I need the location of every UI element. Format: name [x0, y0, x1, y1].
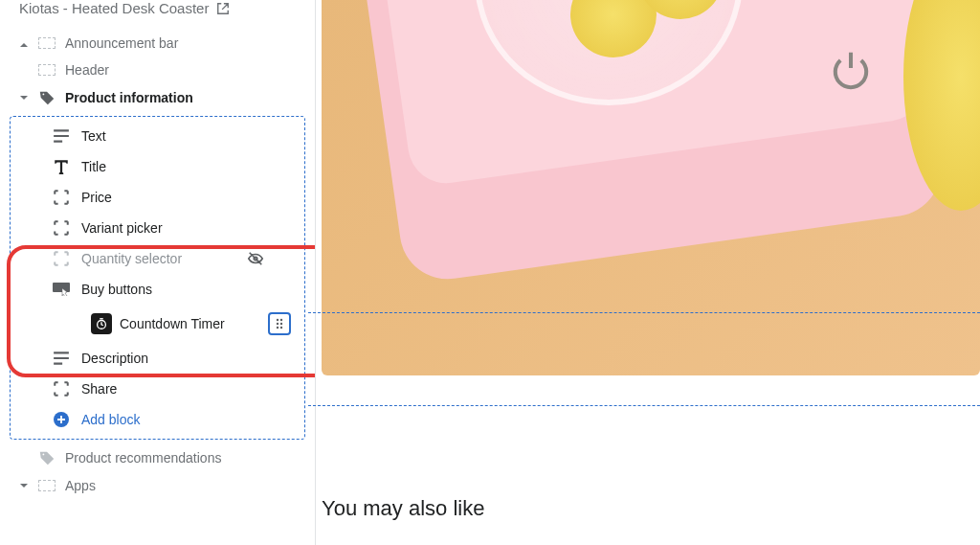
- block-buy-buttons[interactable]: Buy buttons: [11, 274, 304, 305]
- selection-outline: [308, 312, 980, 406]
- text-lines-icon: [53, 350, 70, 367]
- brackets-icon: [53, 250, 70, 267]
- plus-circle-icon: [53, 411, 70, 428]
- block-quantity-selector[interactable]: Quantity selector: [11, 243, 304, 274]
- section-label: Header: [65, 62, 109, 78]
- block-label: Countdown Timer: [120, 316, 225, 331]
- block-label: Text: [81, 128, 106, 144]
- add-block-button[interactable]: Add block: [11, 404, 304, 435]
- section-heading: You may also like: [316, 395, 980, 521]
- brackets-icon: [53, 219, 70, 237]
- power-button-graphic: [825, 42, 877, 94]
- section-label: Product information: [65, 90, 193, 105]
- page-title: Kiotas - Heated Desk Coaster: [19, 0, 209, 16]
- svg-point-8: [280, 327, 282, 329]
- block-variant-picker[interactable]: Variant picker: [11, 213, 304, 243]
- preview-pane: You may also like: [316, 0, 980, 545]
- tag-icon: [38, 89, 56, 106]
- block-description[interactable]: Description: [11, 343, 304, 374]
- section-label: Product recommendations: [65, 450, 221, 466]
- dashed-section-icon: [38, 63, 56, 77]
- block-text[interactable]: Text: [11, 121, 304, 151]
- brackets-icon: [53, 380, 70, 397]
- eye-off-icon[interactable]: [247, 250, 264, 267]
- section-label: Apps: [65, 478, 96, 493]
- caret-down-icon: [19, 481, 29, 490]
- svg-point-4: [280, 319, 282, 321]
- sidebar-item-apps[interactable]: Apps: [0, 472, 315, 499]
- timer-app-icon: [91, 313, 112, 334]
- sidebar-item-header[interactable]: Header: [0, 57, 315, 83]
- block-share[interactable]: Share: [11, 374, 304, 404]
- block-label: Share: [81, 381, 117, 397]
- brackets-icon: [53, 189, 70, 206]
- dashed-section-icon: [38, 36, 56, 50]
- tag-icon: [38, 449, 56, 466]
- caret-down-icon: [19, 93, 29, 102]
- block-label: Title: [81, 159, 106, 174]
- dashed-section-icon: [38, 479, 56, 492]
- text-lines-icon: [53, 127, 70, 145]
- buy-button-icon: [53, 281, 70, 298]
- block-label: Quantity selector: [81, 251, 182, 266]
- page-title-row[interactable]: Kiotas - Heated Desk Coaster: [0, 0, 315, 30]
- block-countdown-timer[interactable]: Countdown Timer: [83, 307, 299, 341]
- block-label: Description: [81, 351, 148, 366]
- sidebar-item-product-recommendations[interactable]: Product recommendations: [0, 443, 315, 472]
- sidebar-item-product-information[interactable]: Product information: [0, 83, 315, 112]
- block-label: Variant picker: [81, 220, 163, 236]
- title-t-icon: [53, 158, 70, 175]
- svg-point-6: [280, 323, 282, 325]
- sidebar: Kiotas - Heated Desk Coaster Announcemen…: [0, 0, 316, 545]
- block-label: Buy buttons: [81, 282, 152, 297]
- svg-point-5: [277, 323, 278, 325]
- external-link-icon: [216, 2, 230, 15]
- svg-rect-1: [53, 283, 70, 292]
- block-label: Price: [81, 190, 112, 205]
- section-label: Announcement bar: [65, 35, 178, 51]
- block-price[interactable]: Price: [11, 182, 304, 213]
- drag-handle[interactable]: [268, 312, 291, 335]
- sidebar-item-announcement-bar[interactable]: Announcement bar: [0, 30, 315, 57]
- block-title[interactable]: Title: [11, 151, 304, 182]
- caret-right-icon: [19, 38, 29, 48]
- product-info-blocks: Text Title Price Variant picker Quantity: [10, 116, 305, 440]
- svg-point-7: [277, 327, 278, 329]
- block-label: Add block: [81, 412, 140, 427]
- svg-point-3: [277, 319, 278, 321]
